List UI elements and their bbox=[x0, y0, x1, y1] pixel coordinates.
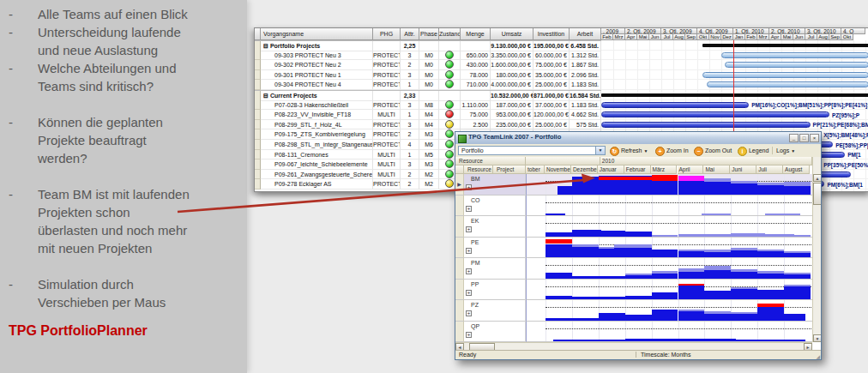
investition-cell: 60.000,00 € bbox=[533, 51, 570, 61]
resource-column-header[interactable]: Resource ▴ bbox=[464, 165, 493, 174]
resource-cell[interactable]: CO+ bbox=[464, 196, 493, 217]
project-column-header[interactable]: Project bbox=[493, 165, 526, 174]
minimize-icon[interactable]: _ bbox=[789, 134, 799, 142]
vertical-scrollbar[interactable]: ▲ ▼ bbox=[812, 157, 821, 342]
row-selector[interactable] bbox=[255, 60, 261, 70]
gantt-row-line bbox=[601, 89, 868, 90]
task-name-cell: 09-302 PROTECT Neu 2 bbox=[261, 60, 373, 70]
table-row[interactable]: 09-301 PROTECT Neu 1PROTECT3M078.000180.… bbox=[255, 70, 601, 81]
row-selector[interactable] bbox=[455, 238, 464, 259]
close-icon[interactable]: × bbox=[810, 134, 819, 142]
light-gantt-bar[interactable] bbox=[702, 72, 868, 78]
column-header-phg[interactable]: PHG bbox=[373, 28, 401, 40]
row-selector[interactable] bbox=[455, 258, 464, 280]
logs-button[interactable]: Logs ▼ bbox=[776, 146, 795, 155]
collapse-icon[interactable]: ⊟ bbox=[263, 43, 268, 49]
expand-icon[interactable]: + bbox=[466, 184, 472, 190]
row-selector[interactable]: ▶ bbox=[455, 174, 464, 196]
row-selector[interactable] bbox=[255, 51, 261, 61]
row-selector[interactable] bbox=[455, 216, 464, 238]
expand-icon[interactable]: + bbox=[466, 206, 472, 212]
resource-cell[interactable]: PM+ bbox=[464, 258, 493, 280]
horizontal-scrollbar[interactable]: ◄ ► bbox=[455, 342, 812, 350]
project-cell bbox=[493, 174, 526, 196]
chevron-down-icon[interactable]: ▼ bbox=[643, 148, 648, 153]
phg-cell: PROTECT bbox=[373, 51, 401, 61]
load-segment bbox=[704, 178, 731, 182]
column-header-attr[interactable]: Attr. bbox=[401, 28, 419, 40]
column-header-arbeit[interactable]: Arbeit bbox=[570, 28, 601, 40]
dark-gantt-bar[interactable] bbox=[601, 111, 829, 117]
light-gantt-bar[interactable] bbox=[725, 62, 868, 68]
light-gantt-bar[interactable] bbox=[721, 52, 868, 58]
table-row[interactable]: P07-028-3 HakenschließteilPROTECT3M81.11… bbox=[255, 100, 601, 111]
summary-gantt-bar[interactable] bbox=[702, 44, 868, 47]
month-gridline bbox=[572, 322, 573, 342]
row-selector[interactable] bbox=[255, 120, 261, 130]
resource-cell[interactable]: PE+ bbox=[464, 238, 493, 259]
column-header-zustand[interactable]: Zustand bbox=[439, 28, 461, 40]
teamlink-titlebar[interactable]: TPG TeamLink 2007 - Portfolio _ □ × bbox=[455, 132, 821, 145]
legend-button[interactable]: i Legend bbox=[738, 146, 769, 155]
column-header-investition[interactable]: Investition bbox=[533, 28, 570, 40]
resource-cell[interactable]: QP+ bbox=[464, 322, 493, 343]
zoom-out-button[interactable]: − Zoom Out bbox=[694, 146, 732, 155]
row-selector[interactable] bbox=[255, 179, 261, 190]
column-header-menge[interactable]: Menge bbox=[461, 28, 491, 40]
table-row[interactable]: P08-299_STL_f_Holz_4LPROTECT3M42.500235.… bbox=[255, 120, 601, 130]
row-selector[interactable] bbox=[255, 110, 261, 120]
column-header-umsatz[interactable]: Umsatz bbox=[491, 28, 533, 40]
row-selector[interactable] bbox=[455, 300, 464, 322]
resource-cell[interactable]: EK+ bbox=[464, 216, 493, 238]
menge-cell: 430.000 bbox=[461, 60, 491, 70]
resource-cell[interactable]: BM+ bbox=[464, 174, 493, 196]
row-selector[interactable] bbox=[455, 196, 464, 217]
row-selector[interactable] bbox=[255, 70, 261, 81]
scroll-thumb[interactable] bbox=[813, 183, 822, 205]
month-header: Jun bbox=[793, 34, 805, 40]
expand-icon[interactable]: + bbox=[466, 268, 472, 274]
resource-cell[interactable]: PP+ bbox=[464, 280, 493, 301]
refresh-button[interactable]: ↻ Refresh ▼ bbox=[610, 146, 648, 155]
column-header-vorgangsname[interactable]: Vorgangsname bbox=[261, 28, 373, 40]
zoom-in-button[interactable]: + Zoom In bbox=[655, 146, 689, 155]
gantt-bar-label: PZ[95%];P bbox=[832, 112, 859, 118]
row-selector[interactable] bbox=[255, 80, 261, 90]
row-selector[interactable] bbox=[255, 170, 261, 180]
row-selector[interactable] bbox=[255, 100, 261, 111]
dark-gantt-bar[interactable] bbox=[601, 122, 811, 128]
table-row[interactable]: 09-303 PROTECT Neu 3PROTECT3M0650.0003.3… bbox=[255, 51, 601, 61]
scroll-down-icon[interactable]: ▼ bbox=[813, 334, 822, 342]
resize-grip[interactable]: ◢ bbox=[816, 353, 820, 359]
chevron-down-icon[interactable]: ▼ bbox=[595, 147, 605, 154]
load-segment bbox=[704, 250, 731, 252]
view-select[interactable]: Portfolio ▼ bbox=[458, 146, 606, 155]
summary-gantt-bar[interactable] bbox=[601, 93, 868, 97]
load-segment bbox=[704, 314, 731, 321]
row-selector[interactable] bbox=[455, 280, 464, 301]
expand-icon[interactable]: + bbox=[466, 226, 472, 232]
dark-gantt-bar[interactable] bbox=[601, 102, 749, 108]
expand-icon[interactable]: + bbox=[466, 310, 472, 316]
expand-icon[interactable]: + bbox=[466, 248, 472, 254]
row-selector[interactable] bbox=[255, 140, 261, 150]
maximize-icon[interactable]: □ bbox=[799, 134, 809, 142]
row-selector[interactable] bbox=[255, 159, 261, 170]
table-row[interactable]: 09-302 PROTECT Neu 2PROTECT2M0430.0001.6… bbox=[255, 60, 601, 70]
chevron-down-icon[interactable]: ▼ bbox=[791, 148, 795, 153]
table-row[interactable]: 09-304 PROTECT Neu 4PROTECT1M0710.0004.0… bbox=[255, 80, 601, 90]
row-selector[interactable] bbox=[255, 150, 261, 160]
expand-icon[interactable]: + bbox=[466, 332, 472, 338]
scroll-up-icon[interactable]: ▲ bbox=[813, 174, 822, 182]
menge-cell: 650.000 bbox=[461, 51, 491, 61]
expand-icon[interactable]: + bbox=[466, 290, 472, 296]
collapse-icon[interactable]: ⊟ bbox=[263, 93, 268, 99]
load-segment bbox=[702, 214, 731, 215]
table-row[interactable]: P08-223_VV_Invisible_FT18MULTI1M475.0009… bbox=[255, 110, 601, 120]
resource-cell[interactable]: PZ+ bbox=[464, 300, 493, 322]
row-selector[interactable] bbox=[455, 322, 464, 343]
light-gantt-bar[interactable] bbox=[707, 81, 868, 87]
column-header-phase[interactable]: Phase bbox=[419, 28, 439, 40]
row-selector[interactable] bbox=[255, 129, 261, 140]
phase-cell: M2 bbox=[419, 179, 439, 190]
